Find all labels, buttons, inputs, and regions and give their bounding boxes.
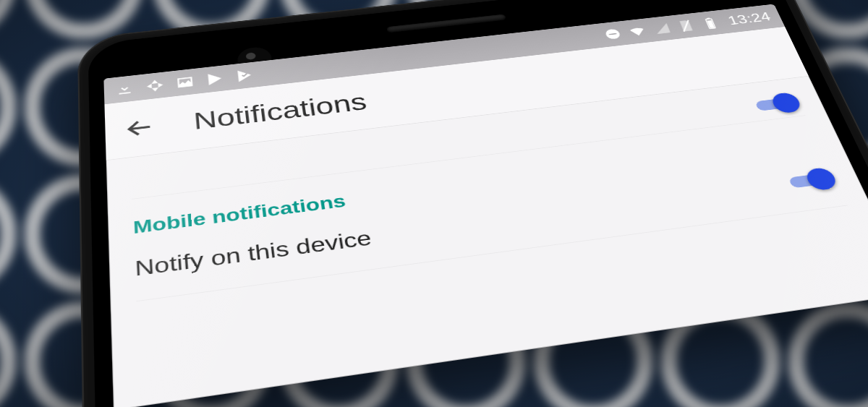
back-button[interactable]	[122, 113, 158, 142]
signal-icon	[651, 21, 673, 35]
download-icon	[114, 81, 135, 97]
wifi-icon	[626, 24, 649, 38]
page-title: Notifications	[192, 88, 369, 134]
photos-pinwheel-icon	[145, 78, 165, 94]
toggle-top[interactable]	[750, 92, 804, 116]
do-not-disturb-icon	[602, 27, 624, 41]
scene: 13:24 Notifications	[0, 0, 868, 407]
check-badge-icon	[234, 68, 255, 84]
arrow-left-icon	[124, 115, 156, 141]
play-store-icon	[205, 71, 226, 87]
toggle-thumb	[803, 166, 839, 191]
toggle-notify-device[interactable]	[783, 166, 839, 194]
phone-body: 13:24 Notifications	[77, 0, 868, 407]
toggle-thumb	[770, 92, 804, 114]
status-bar-clock: 13:24	[726, 9, 773, 27]
setting-label-notify-device: Notify on this device	[135, 226, 373, 281]
phone-screen: 13:24 Notifications	[103, 4, 868, 407]
sim-icon	[675, 19, 697, 33]
battery-icon	[699, 16, 723, 30]
picture-icon	[175, 74, 196, 90]
phone-earpiece	[386, 14, 506, 33]
